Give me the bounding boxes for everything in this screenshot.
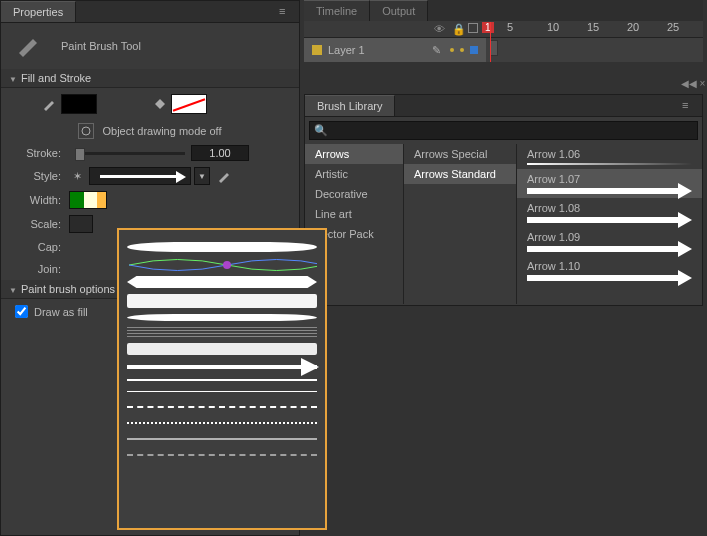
stroke-value-input[interactable] — [191, 145, 249, 161]
brush-preview — [527, 188, 678, 194]
brush-preview — [527, 246, 678, 252]
brush-preset[interactable] — [127, 406, 317, 408]
width-profile-swatch[interactable] — [69, 191, 107, 209]
brush-item-label: Arrow 1.09 — [527, 231, 692, 243]
style-row: Style: ✶ ▼ — [1, 164, 299, 188]
properties-tab[interactable]: Properties — [1, 1, 76, 22]
brush-preset[interactable] — [127, 438, 317, 440]
frame-tick: 15 — [587, 21, 599, 33]
brush-category-item[interactable]: Line art — [305, 204, 403, 224]
outline-icon[interactable] — [468, 23, 478, 33]
brush-item-label: Arrow 1.08 — [527, 202, 692, 214]
frame-tick: 5 — [507, 21, 513, 33]
fill-color-swatch[interactable] — [171, 94, 207, 114]
brush-subcategory-item[interactable]: Arrows Special — [404, 144, 516, 164]
keyframe[interactable] — [490, 40, 498, 56]
timeline-tabs: Timeline Output — [304, 0, 703, 21]
brush-preset[interactable] — [127, 294, 317, 308]
brush-category-item[interactable]: Artistic — [305, 164, 403, 184]
playhead[interactable] — [490, 22, 491, 62]
brush-preset[interactable] — [127, 242, 317, 252]
cap-option[interactable] — [69, 239, 85, 255]
brush-item[interactable]: Arrow 1.09 — [517, 227, 702, 256]
bucket-icon[interactable] — [151, 96, 167, 112]
frame-current: 1 — [482, 22, 494, 33]
brush-item[interactable]: Arrow 1.06 — [517, 144, 702, 169]
tool-name: Paint Brush Tool — [61, 40, 141, 52]
visibility-icon[interactable]: 👁 — [434, 23, 445, 35]
frames-area[interactable] — [486, 38, 703, 62]
brush-preset[interactable] — [127, 327, 317, 337]
layer-vis-dot[interactable] — [450, 48, 454, 52]
section-fill-stroke[interactable]: Fill and Stroke — [1, 69, 299, 88]
collapse-icon[interactable]: ◀◀ × — [679, 78, 707, 94]
stroke-row: Stroke: — [1, 142, 299, 164]
brush-item[interactable]: Arrow 1.07 — [517, 169, 702, 198]
brush-preset[interactable] — [127, 343, 317, 355]
panel-menu-icon[interactable]: ≡ — [279, 5, 295, 17]
join-option[interactable] — [69, 261, 85, 277]
frame-tick: 10 — [547, 21, 559, 33]
style-dropdown-button[interactable]: ▼ — [194, 167, 210, 185]
timeline-panel: Timeline Output 👁 🔒 1 5 10 15 20 25 Laye… — [304, 0, 703, 62]
brush-item[interactable]: Arrow 1.10 — [517, 256, 702, 285]
brush-preview — [527, 163, 692, 165]
panel-menu-icon[interactable]: ≡ — [682, 99, 698, 111]
width-label: Width: — [11, 194, 61, 206]
obj-draw-row: Object drawing mode off — [1, 120, 299, 142]
brush-preset[interactable] — [127, 276, 317, 288]
brush-item-label: Arrow 1.10 — [527, 260, 692, 272]
style-flyout[interactable] — [117, 228, 327, 530]
object-drawing-icon[interactable] — [78, 123, 94, 139]
brush-search[interactable]: 🔍 — [309, 121, 698, 140]
brush-library-panel: Brush Library ≡ 🔍 ArrowsArtisticDecorati… — [304, 94, 703, 306]
style-label: Style: — [11, 170, 61, 182]
timeline-tab[interactable]: Timeline — [304, 0, 370, 21]
fill-stroke-swatches — [1, 88, 299, 120]
brush-icon — [15, 35, 43, 57]
brush-item[interactable]: Arrow 1.08 — [517, 198, 702, 227]
brush-category-item[interactable]: Arrows — [305, 144, 403, 164]
stroke-color-swatch[interactable] — [61, 94, 97, 114]
brush-preset[interactable] — [127, 391, 317, 392]
layer-name: Layer 1 — [328, 44, 365, 56]
brush-subcategory-item[interactable]: Arrows Standard — [404, 164, 516, 184]
tool-header: Paint Brush Tool — [1, 23, 299, 69]
brush-preset[interactable] — [127, 379, 317, 381]
brush-preview — [527, 275, 678, 281]
brush-category-item[interactable]: Decorative — [305, 184, 403, 204]
timeline-layers: Layer 1 ✎ — [304, 37, 703, 62]
layer-pencil-icon: ✎ — [428, 42, 444, 58]
stroke-label: Stroke: — [11, 147, 61, 159]
scale-label: Scale: — [11, 218, 61, 230]
draw-as-fill-label: Draw as fill — [34, 306, 88, 318]
edit-style-icon[interactable] — [216, 168, 232, 184]
brush-preset[interactable] — [127, 314, 317, 321]
scale-dropdown[interactable] — [69, 215, 93, 233]
brush-subcategory-list: Arrows SpecialArrows Standard — [404, 144, 517, 304]
style-swatch[interactable] — [89, 167, 191, 185]
pencil-icon[interactable] — [41, 96, 57, 112]
brush-library-tab[interactable]: Brush Library — [305, 95, 395, 116]
frame-tick: 20 — [627, 21, 639, 33]
svg-point-1 — [223, 261, 231, 269]
layer-row[interactable]: Layer 1 ✎ — [304, 38, 486, 62]
lock-icon[interactable]: 🔒 — [452, 23, 466, 36]
brushlib-tabrow: Brush Library ≡ — [305, 95, 702, 117]
layer-color-icon — [312, 45, 322, 55]
brush-item-label: Arrow 1.06 — [527, 148, 692, 160]
brush-item-label: Arrow 1.07 — [527, 173, 692, 185]
svg-point-0 — [82, 127, 90, 135]
brush-preset[interactable] — [127, 422, 317, 424]
brush-preset[interactable] — [127, 258, 317, 270]
layer-outline-dot[interactable] — [470, 46, 478, 54]
brush-style-icon[interactable]: ✶ — [69, 168, 85, 184]
brush-preset[interactable] — [127, 454, 317, 456]
width-row: Width: — [1, 188, 299, 212]
brushlib-columns: ArrowsArtisticDecorativeLine artVector P… — [305, 144, 702, 304]
brush-preset-arrow[interactable] — [127, 365, 317, 369]
layer-lock-dot[interactable] — [460, 48, 464, 52]
output-tab[interactable]: Output — [370, 0, 428, 21]
stroke-slider[interactable] — [75, 152, 185, 155]
draw-as-fill-checkbox[interactable] — [15, 305, 28, 318]
